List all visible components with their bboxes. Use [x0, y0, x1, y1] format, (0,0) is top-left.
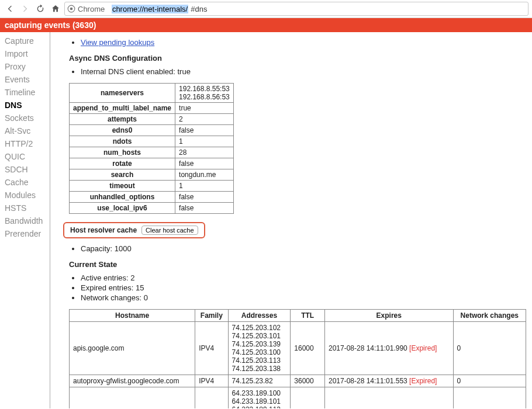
sidebar-item-proxy[interactable]: Proxy — [0, 60, 50, 73]
cache-header: Expires — [324, 310, 453, 322]
sidebar-item-http-2[interactable]: HTTP/2 — [0, 137, 50, 150]
svg-point-1 — [70, 8, 73, 11]
cache-hostname: apis.google.com — [70, 322, 195, 375]
cache-header: Family — [195, 310, 228, 322]
sidebar-item-alt-svc[interactable]: Alt-Svc — [0, 124, 50, 137]
host-resolver-cache-title: Host resolver cache — [70, 226, 137, 234]
sidebar-item-events[interactable]: Events — [0, 73, 50, 86]
config-key: use_local_ipv6 — [70, 203, 175, 214]
sidebar-item-sockets[interactable]: Sockets — [0, 112, 50, 124]
sidebar: CaptureImportProxyEventsTimelineDNSSocke… — [0, 32, 50, 408]
cache-expires: 2017-08-28 14:11:01.990 [Expired] — [324, 322, 453, 375]
config-key: edns0 — [70, 125, 175, 136]
back-button[interactable] — [4, 2, 16, 15]
config-key: num_hosts — [70, 147, 175, 158]
cache-ttl: 129000 — [291, 387, 325, 409]
url-rest: #dns — [191, 5, 207, 13]
cache-expires: 2017-08-28 14:12:25.219 [Expired] — [324, 387, 453, 409]
config-value: 2 — [175, 114, 234, 125]
async-dns-config-title: Async DNS Configuration — [69, 54, 526, 63]
config-key: unhandled_options — [70, 192, 175, 203]
browser-toolbar: Chrome chrome://net-internals/#dns — [0, 0, 532, 18]
sidebar-item-sdch[interactable]: SDCH — [0, 163, 50, 176]
capture-banner: capturing events (3630) — [0, 18, 532, 32]
config-key: nameservers — [70, 84, 175, 103]
cache-header: Network changes — [453, 310, 526, 322]
top-links: View pending lookups — [69, 38, 526, 47]
cache-network-changes: 0 — [453, 322, 526, 375]
reload-button[interactable] — [34, 2, 47, 15]
config-key: search — [70, 169, 175, 181]
host-cache-table: HostnameFamilyAddressesTTLExpiresNetwork… — [69, 309, 526, 408]
config-value: false — [175, 192, 234, 203]
url-label: Chrome — [78, 5, 105, 13]
cache-ttl: 36000 — [291, 375, 325, 387]
sidebar-item-hsts[interactable]: HSTS — [0, 202, 50, 214]
cache-hostname: clients4.google.com — [70, 387, 195, 409]
cache-hostname: autoproxy-gfwlist.googlecode.com — [70, 375, 195, 387]
cache-addresses: 74.125.203.10274.125.203.10174.125.203.1… — [228, 322, 291, 375]
cache-network-changes: 0 — [453, 375, 526, 387]
sidebar-item-cache[interactable]: Cache — [0, 176, 50, 189]
config-value: false — [175, 125, 234, 136]
cache-header: Hostname — [70, 310, 195, 322]
state-item: Expired entries: 15 — [81, 283, 526, 292]
sidebar-item-quic[interactable]: QUIC — [0, 150, 50, 163]
sidebar-item-capture[interactable]: Capture — [0, 34, 50, 47]
capacity-list: Capacity: 1000 — [69, 244, 526, 253]
config-key: attempts — [70, 114, 175, 125]
host-resolver-cache-box: Host resolver cache Clear host cache — [63, 222, 205, 238]
table-row: apis.google.comIPV474.125.203.10274.125.… — [70, 322, 526, 375]
home-button[interactable] — [49, 2, 62, 15]
cache-addresses: 74.125.23.82 — [228, 375, 291, 387]
chrome-icon — [67, 5, 75, 13]
config-value: true — [175, 103, 234, 114]
state-item: Active entries: 2 — [81, 273, 526, 282]
address-bar[interactable]: Chrome chrome://net-internals/#dns — [64, 2, 528, 16]
async-dns-bullets: Internal DNS client enabled: true — [69, 67, 526, 76]
url-selected: chrome://net-internals/ — [112, 5, 188, 13]
table-row: clients4.google.comIPV464.233.189.10064.… — [70, 387, 526, 409]
cache-header: Addresses — [228, 310, 291, 322]
sidebar-item-prerender[interactable]: Prerender — [0, 227, 50, 240]
config-key: append_to_multi_label_name — [70, 103, 175, 114]
config-key: ndots — [70, 136, 175, 147]
sidebar-item-import[interactable]: Import — [0, 47, 50, 60]
main-panel: View pending lookups Async DNS Configura… — [50, 32, 532, 408]
view-pending-lookups-link[interactable]: View pending lookups — [81, 38, 154, 47]
capacity: Capacity: 1000 — [81, 244, 526, 253]
dns-config-table: nameservers192.168.8.55:53192.168.8.56:5… — [69, 83, 234, 214]
sidebar-item-modules[interactable]: Modules — [0, 189, 50, 202]
cache-family: IPV4 — [195, 387, 228, 409]
sidebar-item-timeline[interactable]: Timeline — [0, 86, 50, 99]
sidebar-item-dns[interactable]: DNS — [0, 99, 50, 112]
forward-button[interactable] — [19, 2, 32, 15]
table-row: autoproxy-gfwlist.googlecode.comIPV474.1… — [70, 375, 526, 387]
config-value: false — [175, 203, 234, 214]
cache-expires: 2017-08-28 14:11:01.553 [Expired] — [324, 375, 453, 387]
config-key: timeout — [70, 181, 175, 192]
config-value: 192.168.8.55:53192.168.8.56:53 — [175, 84, 234, 103]
cache-ttl: 16000 — [291, 322, 325, 375]
cache-network-changes: 0 — [453, 387, 526, 409]
cache-family: IPV4 — [195, 322, 228, 375]
state-item: Network changes: 0 — [81, 293, 526, 302]
config-value: 1 — [175, 181, 234, 192]
config-key: rotate — [70, 158, 175, 169]
current-state-title: Current State — [69, 260, 526, 269]
sidebar-item-bandwidth[interactable]: Bandwidth — [0, 214, 50, 227]
config-value: 1 — [175, 136, 234, 147]
config-value: false — [175, 158, 234, 169]
internal-dns-enabled: Internal DNS client enabled: true — [81, 67, 526, 76]
config-value: 28 — [175, 147, 234, 158]
current-state-list: Active entries: 2Expired entries: 15Netw… — [69, 273, 526, 302]
cache-header: TTL — [291, 310, 325, 322]
cache-addresses: 64.233.189.10064.233.189.10164.233.189.1… — [228, 387, 291, 409]
config-value: tongdun.me — [175, 169, 234, 181]
cache-family: IPV4 — [195, 375, 228, 387]
clear-host-cache-button[interactable]: Clear host cache — [141, 226, 198, 235]
